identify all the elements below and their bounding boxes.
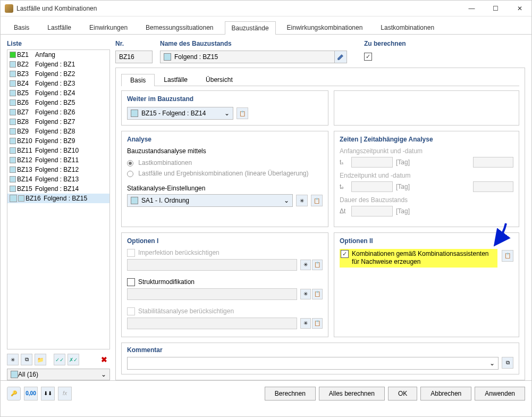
window-title: Lastfälle und Kombinationen	[16, 5, 460, 12]
edit-name-icon[interactable]	[334, 51, 347, 63]
calc-checkbox[interactable]: ✓	[364, 53, 372, 61]
optionen1-box: Optionen I Imperfektion berücksichtigen …	[121, 232, 328, 337]
main-tab-bemessungssituationen[interactable]: Bemessungssituationen	[139, 21, 220, 34]
fx-icon: fx	[58, 387, 72, 401]
list-item[interactable]: BZ13Folgend : BZ12	[7, 165, 109, 174]
list-item[interactable]: BZ11Folgend : BZ10	[7, 146, 109, 155]
main-tab-basis[interactable]: Basis	[7, 21, 36, 34]
list-item[interactable]: BZ6Folgend : BZ5	[7, 98, 109, 107]
nr-field[interactable]: BZ16	[115, 51, 153, 63]
check-icon[interactable]: ✓✓	[54, 354, 65, 365]
calc-label: Zu berechnen	[364, 40, 406, 47]
zeiten-box: Zeiten | Zeitabhängige Analyse Anfangsze…	[334, 131, 519, 227]
name-field[interactable]: Folgend : BZ15	[160, 51, 335, 63]
imp-new-icon: ✳	[300, 260, 311, 270]
copy-icon[interactable]: ⧉	[21, 354, 32, 365]
new-icon[interactable]: ✳	[7, 354, 19, 365]
analyse-box: Analyse Bauzustandsanalyse mittels Lastk…	[121, 131, 328, 227]
delete-icon[interactable]: ✖	[98, 354, 110, 365]
main-tabs: BasisLastfälleEinwirkungenBemessungssitu…	[1, 21, 531, 35]
list-item[interactable]: BZ7Folgend : BZ6	[7, 107, 109, 117]
list-item[interactable]: BZ1Anfang	[7, 50, 109, 60]
weiter-edit-icon[interactable]: 📋	[237, 107, 248, 119]
zeiten-title: Zeiten | Zeitabhängige Analyse	[340, 136, 513, 143]
sub-tab-basis[interactable]: Basis	[121, 74, 155, 86]
anfang-label: Anfangszeitpunkt und -datum	[340, 147, 513, 155]
te-date	[473, 181, 513, 192]
weiter-dropdown[interactable]: BZ15 - Folgend : BZ14 ⌄	[127, 107, 233, 120]
berechnen-button[interactable]: Berechnen	[265, 387, 316, 401]
list-item[interactable]: BZ2Folgend : BZ1	[7, 60, 109, 69]
struct-checkbox[interactable]	[127, 278, 135, 286]
name-label: Name des Bauzustands	[160, 40, 347, 47]
sub-tabs: BasisLastfälleÜbersicht	[121, 73, 519, 86]
combo-edit-icon[interactable]: 📋	[502, 250, 513, 262]
stab-input	[127, 318, 297, 329]
statik-new-icon[interactable]: ✳	[296, 195, 308, 206]
main-tab-bauzustände[interactable]: Bauzustände	[225, 21, 276, 35]
imp-edit-icon: 📋	[312, 260, 323, 270]
close-button[interactable]: ✕	[508, 1, 531, 16]
help-icon[interactable]: 🔑	[7, 387, 21, 401]
statik-edit-icon[interactable]: 📋	[311, 195, 323, 206]
stab-checkbox	[127, 307, 135, 315]
ts-spinner	[351, 157, 393, 168]
kommentar-dropdown[interactable]: ⌄	[127, 357, 499, 370]
combo-checkbox[interactable]: ✓	[341, 250, 349, 258]
list-label: Liste	[7, 40, 110, 47]
anwenden-button[interactable]: Anwenden	[475, 387, 525, 401]
minimize-button[interactable]: —	[460, 1, 484, 16]
stab-edit-icon: 📋	[312, 318, 323, 329]
nr-label: Nr.	[115, 40, 153, 47]
kommentar-title: Kommentar	[127, 346, 513, 354]
list-item[interactable]: BZ16Folgend : BZ15	[7, 194, 109, 203]
filter-dropdown[interactable]: All (16) ⌄	[7, 369, 110, 380]
list-item[interactable]: BZ10Folgend : BZ9	[7, 136, 109, 146]
main-tab-lastkombinationen[interactable]: Lastkombinationen	[374, 21, 441, 34]
ok-button[interactable]: OK	[388, 387, 417, 401]
ts-date	[473, 157, 513, 168]
struct-edit-icon: 📋	[312, 289, 323, 299]
imp-input	[127, 259, 297, 271]
units-icon[interactable]: 0,00	[24, 387, 38, 401]
kommentar-copy-icon[interactable]: ⧉	[502, 357, 513, 369]
list-item[interactable]: BZ3Folgend : BZ2	[7, 69, 109, 79]
end-label: Endzeitpunkt und -datum	[340, 172, 513, 179]
list-item[interactable]: BZ4Folgend : BZ3	[7, 79, 109, 88]
list-item[interactable]: BZ5Folgend : BZ4	[7, 88, 109, 98]
weiter-box: Weiter im Bauzustand BZ15 - Folgend : BZ…	[121, 90, 328, 126]
radio-lastfaelle	[127, 171, 133, 177]
sub-tab-übersicht[interactable]: Übersicht	[197, 73, 242, 86]
arrow-annotation	[490, 222, 511, 247]
folder-icon[interactable]: 📁	[35, 354, 46, 365]
statik-dropdown[interactable]: SA1 - I. Ordnung ⌄	[127, 194, 293, 207]
combo-highlight: ✓ Kombinationen gemäß Kombinationsassist…	[340, 249, 497, 268]
sub-tab-lastfälle[interactable]: Lastfälle	[155, 73, 197, 86]
list-item[interactable]: BZ9Folgend : BZ8	[7, 127, 109, 136]
list-item[interactable]: BZ14Folgend : BZ13	[7, 174, 109, 184]
list-item[interactable]: BZ12Folgend : BZ11	[7, 155, 109, 165]
opt2-title: Optionen II	[340, 237, 513, 245]
uncheck-icon[interactable]: ✗✓	[67, 354, 79, 365]
analyse-mittels-label: Bauzustandsanalyse mittels	[127, 147, 323, 155]
te-spinner	[351, 181, 393, 192]
main-tab-einwirkungskombinationen[interactable]: Einwirkungskombinationen	[280, 21, 370, 34]
main-tab-einwirkungen[interactable]: Einwirkungen	[82, 21, 134, 34]
maximize-button[interactable]: ☐	[484, 1, 508, 16]
main-tab-lastfälle[interactable]: Lastfälle	[40, 21, 78, 34]
dt-spinner	[351, 206, 393, 216]
alles-berechnen-button[interactable]: Alles berechnen	[319, 387, 385, 401]
struct-input	[127, 288, 297, 300]
stab-new-icon: ✳	[300, 318, 311, 329]
loads-icon[interactable]: ⬇⬇	[41, 387, 55, 401]
opt1-title: Optionen I	[127, 237, 323, 245]
list-item[interactable]: BZ15Folgend : BZ14	[7, 184, 109, 194]
bauzustand-list[interactable]: BZ1AnfangBZ2Folgend : BZ1BZ3Folgend : BZ…	[7, 49, 110, 349]
weiter-title: Weiter im Bauzustand	[127, 95, 323, 103]
title-bar: Lastfälle und Kombinationen — ☐ ✕	[1, 1, 531, 16]
imp-checkbox	[127, 249, 135, 257]
analyse-title: Analyse	[127, 136, 323, 143]
abbrechen-button[interactable]: Abbrechen	[420, 387, 471, 401]
list-item[interactable]: BZ8Folgend : BZ7	[7, 117, 109, 127]
kommentar-box: Kommentar ⌄ ⧉	[121, 343, 519, 374]
